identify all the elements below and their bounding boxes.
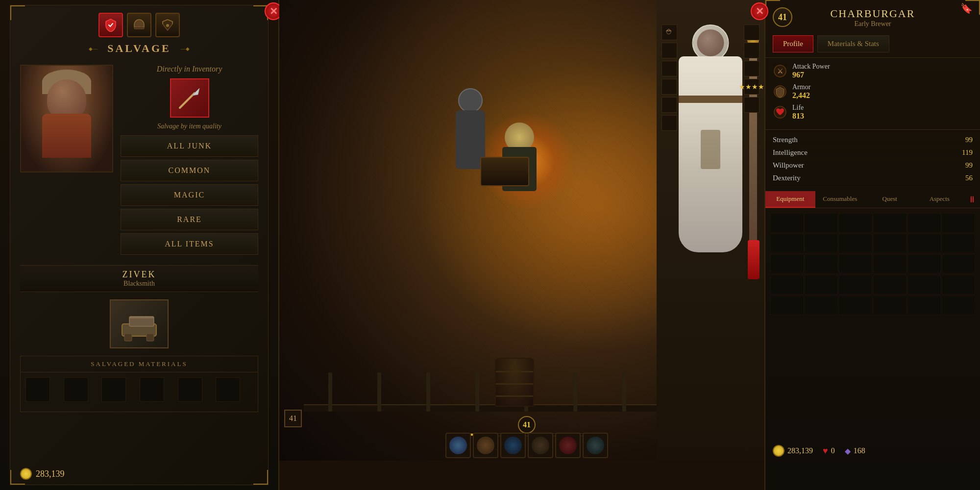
skill-slot-1[interactable] <box>445 433 471 458</box>
rare-button[interactable]: RARE <box>121 209 258 230</box>
salvaged-slot-2 <box>64 377 88 402</box>
intelligence-value: 119 <box>962 148 973 157</box>
title-diamond-right: —◆ <box>181 46 190 51</box>
character-level-badge: 41 <box>773 7 792 27</box>
right-panel-inner: 🔖 41 CHARBURGAR Early Brewer Profile Mat… <box>765 0 980 490</box>
inv-slot-24[interactable] <box>942 275 975 294</box>
common-button[interactable]: COMMON <box>121 160 258 181</box>
equip-slot-ring1[interactable] <box>744 24 760 40</box>
panel-title: SALVAGE <box>102 42 176 55</box>
npc-body <box>42 114 91 158</box>
all-junk-button[interactable]: ALL JUNK <box>121 135 258 157</box>
character-model-area: ⛑ <box>657 0 764 461</box>
inv-slot-19[interactable] <box>770 275 804 294</box>
inv-slot-15[interactable] <box>839 254 872 274</box>
shield-tab-button[interactable] <box>98 13 123 37</box>
upgrade-tab-button[interactable] <box>155 13 180 37</box>
salvaged-grid <box>21 372 258 412</box>
svg-point-1 <box>166 24 169 27</box>
inv-slot-14[interactable] <box>805 254 838 274</box>
equip-slot-weapon[interactable]: ★★★★ <box>744 79 760 95</box>
anvil-section <box>10 292 268 356</box>
title-diamond-left: ◆— <box>89 46 98 51</box>
materials-stats-tab[interactable]: Materials & Stats <box>817 35 889 52</box>
willpower-label: Willpower <box>773 161 804 170</box>
inv-slot-4[interactable] <box>873 213 906 233</box>
inv-slot-17[interactable] <box>907 254 941 274</box>
npc-portrait <box>20 65 113 172</box>
barrel <box>495 358 534 407</box>
stats-section: ⚔ Attack Power 967 Armor <box>765 58 980 130</box>
inv-slot-22[interactable] <box>873 275 906 294</box>
life-value: 813 <box>792 112 973 121</box>
armor-icon <box>773 84 787 99</box>
intelligence-label: Intelligence <box>773 148 808 157</box>
inv-slot-26[interactable] <box>805 295 838 315</box>
salvage-panel: ◆— SALVAGE —◆ Directly in <box>10 5 269 485</box>
inv-slot-30[interactable] <box>942 295 975 315</box>
inv-slot-10[interactable] <box>873 234 906 253</box>
inventory-number: 41 <box>289 414 297 423</box>
bookmark-icon[interactable]: 🔖 <box>960 2 973 14</box>
inv-slot-28[interactable] <box>873 295 906 315</box>
pause-button[interactable]: ⏸ <box>964 191 980 208</box>
magic-button[interactable]: MAGIC <box>121 184 258 206</box>
gold-resource: 283,139 <box>773 445 813 457</box>
skill-slot-2[interactable] <box>473 433 498 458</box>
inv-slot-16[interactable] <box>873 254 906 274</box>
skill-slot-4[interactable] <box>528 433 553 458</box>
skill-slot-5[interactable] <box>555 433 581 458</box>
inv-slot-20[interactable] <box>805 275 838 294</box>
bottom-resources-right: 283,139 ♥ 0 ◆ 168 <box>773 445 865 457</box>
inv-slot-13[interactable] <box>770 254 804 274</box>
dexterity-value: 56 <box>965 174 973 182</box>
equip-slot-boots[interactable] <box>744 61 760 76</box>
inv-slot-27[interactable] <box>839 295 872 315</box>
attack-power-label: Attack Power <box>792 63 973 71</box>
directly-inventory-text: Directly in Inventory <box>121 65 258 74</box>
inv-slot-7[interactable] <box>770 234 804 253</box>
inventory-hud-icon[interactable]: 41 <box>284 410 302 427</box>
salvaged-slot-3 <box>101 377 126 402</box>
inv-slot-12[interactable] <box>942 234 975 253</box>
inv-slot-18[interactable] <box>942 254 975 274</box>
inv-slot-8[interactable] <box>805 234 838 253</box>
aspects-tab[interactable]: Aspects <box>915 191 965 208</box>
equip-slot-offhand[interactable] <box>744 97 760 113</box>
life-label: Life <box>792 104 973 112</box>
quest-tab[interactable]: Quest <box>865 191 915 208</box>
all-items-button[interactable]: ALL ITEMS <box>121 233 258 255</box>
consumables-tab[interactable]: Consumables <box>815 191 865 208</box>
equip-slot-ring2[interactable] <box>744 43 760 58</box>
inv-slot-1[interactable] <box>770 213 804 233</box>
armor-value: 2,442 <box>792 91 973 100</box>
svg-rect-6 <box>147 334 154 341</box>
life-row: Life 813 <box>773 104 973 121</box>
inv-slot-3[interactable] <box>839 213 872 233</box>
attack-power-icon: ⚔ <box>773 64 787 78</box>
life-info: Life 813 <box>792 104 973 121</box>
souls-amount: 168 <box>854 446 865 455</box>
inv-slot-23[interactable] <box>907 275 941 294</box>
inv-slot-25[interactable] <box>770 295 804 315</box>
health-resource: ♥ 0 <box>823 446 835 456</box>
skill-slot-3[interactable] <box>500 433 526 458</box>
inv-slot-6[interactable] <box>942 213 975 233</box>
inv-slot-29[interactable] <box>907 295 941 315</box>
character-close-button[interactable]: ✕ <box>751 2 768 20</box>
salvaged-materials-section: SALVAGED MATERIALS <box>20 356 258 412</box>
inv-slot-21[interactable] <box>839 275 872 294</box>
skill-slot-6[interactable] <box>583 433 608 458</box>
equipment-tab[interactable]: Equipment <box>765 191 815 208</box>
helm-tab-button[interactable] <box>127 13 151 37</box>
profile-tab[interactable]: Profile <box>773 35 813 52</box>
intelligence-row: Intelligence 119 <box>773 147 973 159</box>
inv-slot-11[interactable] <box>907 234 941 253</box>
inv-slot-2[interactable] <box>805 213 838 233</box>
inv-slot-9[interactable] <box>839 234 872 253</box>
inventory-section <box>765 208 980 320</box>
char-offhand <box>748 240 760 279</box>
strength-row: Strength 99 <box>773 134 973 147</box>
inv-slot-5[interactable] <box>907 213 941 233</box>
top-tab-icons <box>10 5 268 40</box>
